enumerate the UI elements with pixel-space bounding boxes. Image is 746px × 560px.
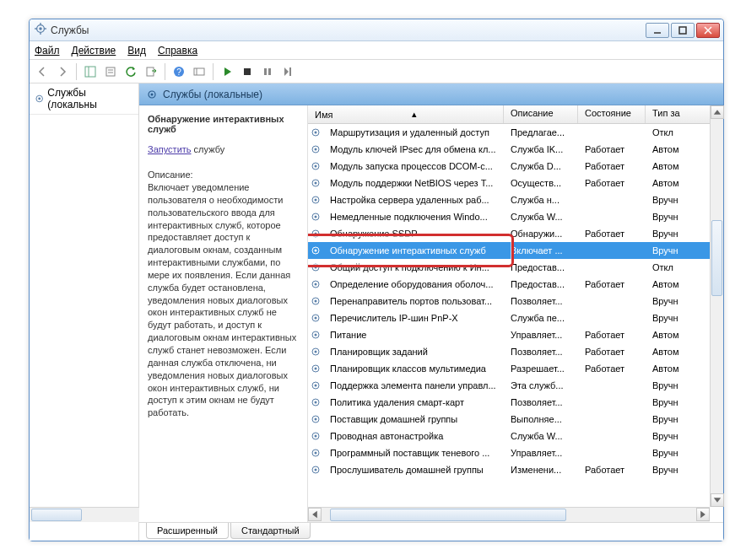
service-list: Имя ▴ Описание Состояние Тип за Маршрути… [308,105,723,522]
service-desc: Выполняе... [504,414,578,424]
nav-tree[interactable]: Службы (локальны [30,83,139,541]
table-row[interactable]: Планировщик классов мультимедиаРазрешает… [308,360,723,377]
table-row[interactable]: Немедленные подключения Windo...Служба W… [308,208,723,225]
pause-service-button[interactable] [258,62,277,81]
gear-icon [308,212,323,222]
table-row[interactable]: Перенаправитель портов пользоват...Позво… [308,293,723,310]
table-row[interactable]: Проводная автонастройкаСлужба W...Вручн [308,428,723,444]
close-button[interactable] [696,23,720,38]
sort-indicator-icon: ▴ [412,109,417,120]
svg-point-51 [315,317,317,320]
col-name[interactable]: Имя ▴ [308,105,504,123]
svg-point-67 [315,452,317,455]
service-name: Общий доступ к подключению к Ин... [323,262,504,272]
tab-extended[interactable]: Расширенный [146,523,229,539]
scroll-thumb[interactable] [711,220,722,296]
svg-point-27 [151,93,154,95]
service-state: Работает [578,330,646,340]
view-tabs: Расширенный Стандартный [139,522,723,541]
table-row[interactable]: Поставщик домашней группыВыполняе...Вруч… [308,411,723,428]
table-row[interactable]: Настройка сервера удаленных раб...Служба… [308,191,723,208]
menu-action[interactable]: Действие [72,45,116,57]
svg-point-53 [315,334,317,337]
svg-rect-7 [679,27,686,34]
restart-service-button[interactable] [278,62,297,81]
service-desc: Предостав... [504,279,578,289]
col-state[interactable]: Состояние [578,105,646,123]
service-name: Модуль ключей IPsec для обмена кл... [323,144,504,154]
nav-item-services[interactable]: Службы (локальны [30,83,138,115]
service-name: Проводная автонастройка [323,431,504,441]
vertical-scrollbar[interactable] [710,105,723,507]
table-row[interactable]: Политика удаления смарт-картПозволяет...… [308,394,723,411]
nav-horizontal-scrollbar[interactable] [30,507,139,522]
table-row[interactable]: Программный поставщик теневого ...Управл… [308,444,723,461]
service-state: Работает [578,363,646,374]
service-desc: Служба W... [504,431,578,441]
service-name: Обнаружение SSDP [323,229,504,239]
scroll-left-icon[interactable] [308,508,322,521]
table-row[interactable]: ПитаниеУправляет...РаботаетАвтом [308,326,723,343]
start-service-link[interactable]: Запустить [148,144,192,154]
tab-standard[interactable]: Стандартный [230,523,311,539]
forward-button[interactable] [53,62,72,81]
gear-icon [308,195,323,205]
service-desc: Эта служб... [504,380,578,390]
table-row[interactable]: Перечислитель IP-шин PnP-XСлужба пе...Вр… [308,310,723,326]
service-name: Программный поставщик теневого ... [323,448,504,458]
gear-icon [308,229,323,239]
table-row[interactable]: Модуль ключей IPsec для обмена кл...Служ… [308,141,723,158]
gear-icon [308,363,323,374]
minimize-button[interactable] [646,23,669,38]
table-row[interactable]: Модуль запуска процессов DCOM-с...Служба… [308,158,723,175]
svg-point-29 [315,132,317,134]
svg-point-65 [315,435,317,438]
export-button[interactable] [142,62,160,81]
gear-icon [308,380,323,390]
table-row[interactable]: Модуль поддержки NetBIOS через T...Осуще… [308,175,723,191]
stop-service-button[interactable] [238,62,257,81]
menu-file[interactable]: Файл [35,45,60,57]
scroll-thumb[interactable] [31,509,82,521]
service-state: Работает [578,465,646,475]
col-desc[interactable]: Описание [504,105,578,123]
table-row[interactable]: Прослушиватель домашней группыИзменени..… [308,461,723,478]
gear-icon [308,330,323,340]
service-desc: Предлагае... [504,127,578,137]
table-row[interactable]: Определение оборудования оболоч...Предос… [308,276,723,293]
table-row[interactable]: Обнаружение интерактивных службВключает … [308,242,723,259]
menu-view[interactable]: Вид [127,45,146,57]
service-desc: Служба IK... [504,144,578,154]
svg-point-37 [315,199,317,202]
scroll-thumb[interactable] [330,509,566,521]
back-button[interactable] [33,62,51,81]
properties-button[interactable] [101,62,120,81]
help-button[interactable]: ? [170,62,188,81]
options-button[interactable] [190,62,208,81]
svg-point-69 [315,469,317,471]
show-hide-tree-button[interactable] [81,62,100,81]
svg-point-43 [315,250,317,252]
svg-rect-12 [106,67,115,76]
gear-icon [146,89,158,100]
svg-point-61 [315,401,317,404]
scroll-right-icon[interactable] [696,508,710,521]
scroll-up-icon[interactable] [711,105,724,119]
menu-help[interactable]: Справка [158,45,197,57]
refresh-button[interactable] [122,62,140,81]
start-service-button[interactable] [218,62,236,81]
table-row[interactable]: Маршрутизация и удаленный доступПредлага… [308,124,723,141]
horizontal-scrollbar[interactable] [308,507,710,522]
svg-rect-15 [147,67,154,76]
table-row[interactable]: Обнаружение SSDPОбнаружи...РаботаетВручн [308,225,723,242]
svg-point-45 [315,267,317,269]
service-name: Поддержка элемента панели управл... [323,380,504,390]
services-window: Службы Файл Действие Вид Справка ? [29,19,724,541]
maximize-button[interactable] [671,23,695,38]
table-row[interactable]: Планировщик заданийПозволяет...РаботаетА… [308,343,723,360]
table-row[interactable]: Общий доступ к подключению к Ин...Предос… [308,259,723,276]
scroll-down-icon[interactable] [711,493,724,507]
titlebar[interactable]: Службы [30,19,723,41]
service-desc: Позволяет... [504,296,578,306]
table-row[interactable]: Поддержка элемента панели управл...Эта с… [308,377,723,394]
